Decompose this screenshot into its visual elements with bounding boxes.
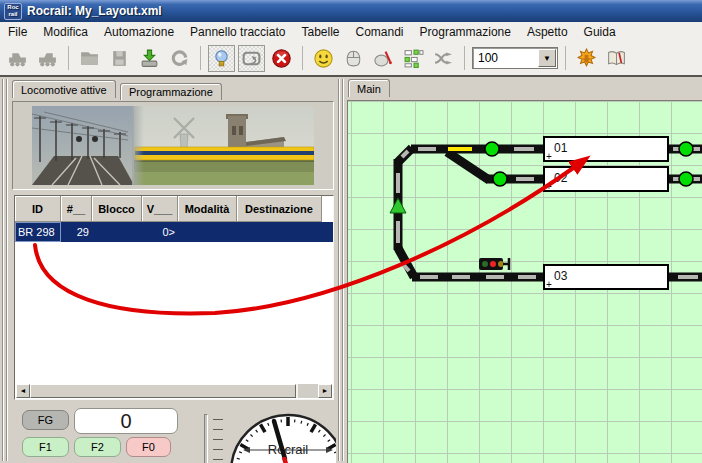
edit-panel-icon[interactable]	[370, 45, 397, 72]
direction-arrow-icon[interactable]	[390, 198, 406, 213]
loco-new-icon[interactable]	[4, 45, 31, 72]
signal-icon[interactable]	[479, 258, 509, 270]
smiley-icon[interactable]	[310, 45, 337, 72]
menu-guida[interactable]: Guida	[576, 23, 624, 41]
menu-pannello-tracciato[interactable]: Pannello tracciato	[182, 23, 293, 41]
gauge-label: Rocrail	[268, 442, 309, 457]
menu-automazione[interactable]: Automazione	[96, 23, 182, 41]
tab-locomotive-attive[interactable]: Locomotive attive	[12, 80, 116, 98]
column-header-6[interactable]: Destinazione	[237, 196, 322, 222]
track-canvas[interactable]: 01 + 02 + 03 +	[347, 100, 702, 463]
tab-main[interactable]: Main	[348, 79, 390, 97]
workspace-open-icon[interactable]	[76, 45, 103, 72]
scroll-right-icon[interactable]: ►	[318, 384, 332, 398]
undo-icon[interactable]	[166, 45, 193, 72]
stop-icon[interactable]	[268, 45, 295, 72]
ns-train-photo	[32, 106, 314, 185]
cell-1: BR 298	[15, 222, 61, 242]
zoom-value: 100	[473, 51, 538, 65]
rocrail-window: { "window": { "title": "Rocrail: My_Layo…	[0, 0, 702, 463]
speedometer-gauge: Rocrail	[226, 404, 350, 463]
sensor-icon[interactable]	[679, 172, 693, 186]
loco-open-icon[interactable]	[34, 45, 61, 72]
cell-2: 29	[61, 222, 92, 242]
toolbar-separator	[68, 46, 69, 70]
toolbar: 100▼	[0, 41, 702, 75]
left-sash[interactable]	[0, 77, 10, 463]
menu-tabelle[interactable]: Tabelle	[293, 23, 347, 41]
blocks: 01 + 02 + 03 +	[544, 137, 668, 290]
svg-text:+: +	[546, 151, 552, 162]
table-header-row: ID#__BloccoV___ModalitàDestinazione	[15, 196, 333, 222]
mouse-icon[interactable]	[340, 45, 367, 72]
panel-splitter[interactable]	[336, 77, 346, 463]
column-header-4[interactable]: V___	[142, 196, 178, 222]
column-header-2[interactable]: #__	[61, 196, 92, 222]
column-header-3[interactable]: Blocco	[92, 196, 142, 222]
table-hscrollbar[interactable]: ◄ ►	[16, 384, 332, 398]
chevron-down-icon[interactable]: ▼	[538, 49, 556, 67]
block-label: 02	[554, 171, 568, 185]
block-label: 01	[554, 141, 568, 155]
sensor-icon[interactable]	[485, 142, 499, 156]
column-header-5[interactable]: Modalità	[178, 196, 237, 222]
menu-programmazione[interactable]: Programmazione	[412, 23, 519, 41]
speed-display: 0	[74, 408, 178, 434]
table-row[interactable]: BR 298290>	[15, 222, 333, 242]
cell-6	[237, 222, 322, 242]
f1-button[interactable]: F1	[22, 437, 69, 457]
power-icon[interactable]	[208, 45, 235, 72]
scrollbar-page-area[interactable]	[298, 384, 318, 398]
tab-programmazione[interactable]: Programmazione	[120, 83, 222, 100]
window-title: Rocrail: My_Layout.xml	[27, 4, 162, 18]
active-locos-table: ID#__BloccoV___ModalitàDestinazione BR 2…	[14, 195, 334, 400]
sensor-icon[interactable]	[679, 142, 693, 156]
menubar: FileModificaAutomazionePannello tracciat…	[0, 22, 702, 41]
scrollbar-thumb[interactable]	[30, 384, 296, 398]
zoom-combo[interactable]: 100▼	[472, 47, 558, 69]
menu-aspetto[interactable]: Aspetto	[519, 23, 576, 41]
menu-comandi[interactable]: Comandi	[348, 23, 412, 41]
column-header-1[interactable]: ID	[15, 196, 61, 222]
block-label: 03	[554, 269, 568, 283]
cell-5	[178, 222, 237, 242]
save-icon[interactable]	[136, 45, 163, 72]
menu-modifica[interactable]: Modifica	[35, 23, 96, 41]
help-book-icon[interactable]	[603, 45, 630, 72]
titlebar[interactable]: Rocrail Rocrail: My_Layout.xml	[0, 0, 702, 22]
auto-mode-icon[interactable]	[238, 45, 265, 72]
rocrail-logo-icon: Rocrail	[4, 3, 22, 20]
fg-button[interactable]: FG	[22, 410, 69, 430]
layout-panel: Main	[346, 77, 702, 463]
turnout-switch[interactable]	[447, 152, 489, 180]
layout-grid-icon[interactable]	[400, 45, 427, 72]
cell-3	[92, 222, 142, 242]
locomotives-panel: Locomotive attive Programmazione	[10, 77, 336, 463]
update-icon[interactable]	[573, 45, 600, 72]
sensor-icon[interactable]	[493, 172, 507, 186]
toolbar-separator	[302, 46, 303, 70]
menu-file[interactable]: File	[0, 23, 35, 41]
workspace-save-icon[interactable]	[106, 45, 133, 72]
svg-text:+: +	[546, 279, 552, 290]
toolbar-separator	[565, 46, 566, 70]
cell-4: 0>	[142, 222, 178, 242]
toolbar-separator	[464, 46, 465, 70]
loco-photo-frame	[12, 101, 334, 190]
f2-button[interactable]: F2	[74, 437, 121, 457]
f0-button[interactable]: F0	[126, 437, 171, 457]
scroll-left-icon[interactable]: ◄	[16, 384, 30, 398]
speed-slider[interactable]	[202, 414, 226, 463]
routes-icon[interactable]	[430, 45, 457, 72]
svg-text:+: +	[546, 181, 552, 192]
toolbar-separator	[200, 46, 201, 70]
